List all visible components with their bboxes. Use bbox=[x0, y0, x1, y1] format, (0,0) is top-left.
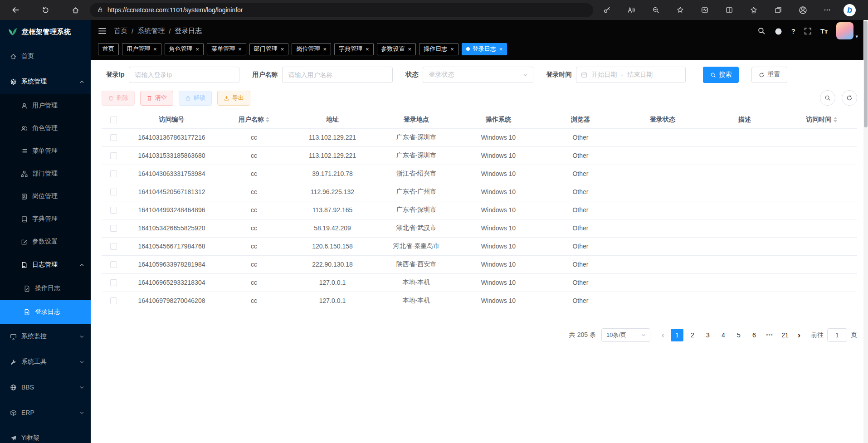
tab-param-settings[interactable]: 参数设置× bbox=[377, 43, 416, 55]
row-checkbox[interactable] bbox=[110, 297, 117, 304]
more-pages-button[interactable]: ••• bbox=[763, 329, 776, 341]
sidebar-item-sys-monitor[interactable]: 系统监控 bbox=[0, 324, 91, 349]
page-button-1[interactable]: 1 bbox=[671, 329, 683, 341]
reset-button[interactable]: 重置 bbox=[751, 67, 787, 83]
page-scrollbar[interactable] bbox=[863, 20, 868, 443]
sidebar-item-menu-mgmt[interactable]: 菜单管理 bbox=[0, 140, 91, 162]
tab-role-mgmt[interactable]: 角色管理× bbox=[165, 43, 204, 55]
password-key-icon[interactable] bbox=[599, 2, 615, 18]
export-button[interactable]: 导出 bbox=[217, 91, 250, 106]
row-checkbox[interactable] bbox=[110, 243, 117, 250]
tab-dept-mgmt[interactable]: 部门管理× bbox=[249, 43, 289, 55]
tab-oper-log[interactable]: 操作日志× bbox=[419, 43, 458, 55]
close-icon[interactable]: × bbox=[153, 46, 157, 53]
close-icon[interactable]: × bbox=[281, 46, 284, 53]
login-ip-input[interactable] bbox=[129, 67, 239, 83]
sidebar-item-login-log[interactable]: 登录日志 bbox=[0, 300, 91, 324]
page-button-4[interactable]: 4 bbox=[717, 329, 730, 341]
split-screen-icon[interactable] bbox=[721, 2, 737, 18]
favorites-icon[interactable] bbox=[746, 2, 762, 18]
sidebar-item-bbs[interactable]: BBS bbox=[0, 375, 91, 400]
header-search-icon[interactable] bbox=[757, 27, 766, 35]
sidebar-item-param-settings[interactable]: 参数设置 bbox=[0, 230, 91, 253]
row-checkbox[interactable] bbox=[110, 170, 117, 177]
sidebar-item-role-mgmt[interactable]: 角色管理 bbox=[0, 117, 91, 140]
sort-icon[interactable] bbox=[834, 117, 837, 122]
bing-chat-icon[interactable]: b bbox=[844, 4, 856, 16]
sidebar-item-home[interactable]: 首页 bbox=[0, 44, 91, 69]
browser-essentials-icon[interactable] bbox=[697, 2, 713, 18]
browser-address-bar[interactable]: https://ccnetcore.com:1101/system/log/lo… bbox=[90, 3, 593, 17]
close-icon[interactable]: × bbox=[450, 46, 454, 53]
prev-page-button[interactable]: ‹ bbox=[657, 329, 669, 341]
font-size-icon[interactable]: Tт bbox=[820, 27, 828, 35]
sidebar-item-post-mgmt[interactable]: 岗位管理 bbox=[0, 185, 91, 208]
sidebar-item-yi-framework[interactable]: Yi框架 bbox=[0, 425, 91, 443]
close-icon[interactable]: × bbox=[196, 46, 200, 53]
tab-menu-mgmt[interactable]: 菜单管理× bbox=[207, 43, 246, 55]
tab-post-mgmt[interactable]: 岗位管理× bbox=[292, 43, 331, 55]
page-button-5[interactable]: 5 bbox=[732, 329, 745, 341]
browser-back-button[interactable] bbox=[7, 2, 24, 18]
row-checkbox[interactable] bbox=[110, 134, 117, 141]
close-icon[interactable]: × bbox=[323, 46, 327, 53]
row-checkbox[interactable] bbox=[110, 225, 117, 232]
page-button-6[interactable]: 6 bbox=[748, 329, 761, 341]
col-user-name[interactable]: 用户名称 bbox=[218, 111, 290, 128]
add-favorite-icon[interactable] bbox=[672, 2, 688, 18]
select-all-checkbox[interactable] bbox=[110, 117, 117, 123]
close-icon[interactable]: × bbox=[366, 46, 369, 53]
app-logo[interactable]: 意框架管理系统 bbox=[0, 20, 91, 44]
zoom-icon[interactable] bbox=[648, 2, 664, 18]
show-search-button[interactable] bbox=[820, 90, 835, 106]
help-icon[interactable]: ? bbox=[791, 27, 795, 35]
unlock-button[interactable]: 解锁 bbox=[179, 91, 212, 106]
sidebar-toggle-button[interactable] bbox=[98, 27, 107, 35]
page-size-select[interactable]: 10条/页 bbox=[601, 328, 650, 342]
close-icon[interactable]: × bbox=[408, 46, 412, 53]
breadcrumb-system-mgmt[interactable]: 系统管理 bbox=[137, 27, 165, 35]
refresh-table-button[interactable] bbox=[842, 90, 857, 106]
user-avatar[interactable] bbox=[836, 22, 853, 39]
page-button-2[interactable]: 2 bbox=[686, 329, 699, 341]
sidebar-item-system-mgmt[interactable]: 系统管理 bbox=[0, 69, 91, 94]
col-visit-time[interactable]: 访问时间 bbox=[786, 111, 857, 128]
close-icon[interactable]: × bbox=[499, 46, 503, 53]
read-aloud-icon[interactable] bbox=[623, 2, 639, 18]
clear-button[interactable]: 清空 bbox=[140, 91, 173, 106]
sidebar-item-log-mgmt[interactable]: 日志管理 bbox=[0, 253, 91, 277]
github-icon[interactable] bbox=[774, 27, 783, 35]
browser-menu-icon[interactable] bbox=[819, 2, 835, 18]
tab-dict-mgmt[interactable]: 字典管理× bbox=[334, 43, 374, 55]
user-menu[interactable]: ▾ bbox=[836, 22, 858, 39]
row-checkbox[interactable] bbox=[110, 207, 117, 214]
collections-icon[interactable] bbox=[770, 2, 786, 18]
sidebar-item-erp[interactable]: ERP bbox=[0, 400, 91, 425]
goto-page-input[interactable] bbox=[827, 328, 847, 342]
sidebar-item-oper-log[interactable]: 操作日志 bbox=[0, 277, 91, 300]
browser-refresh-button[interactable] bbox=[37, 2, 54, 18]
delete-button[interactable]: 删除 bbox=[102, 91, 135, 106]
row-checkbox[interactable] bbox=[110, 152, 117, 159]
date-range-picker[interactable]: 开始日期 - 结束日期 bbox=[576, 67, 686, 83]
search-button[interactable]: 搜索 bbox=[703, 67, 739, 83]
tab-home[interactable]: 首页 bbox=[98, 43, 119, 55]
tab-user-mgmt[interactable]: 用户管理× bbox=[122, 43, 161, 55]
status-select[interactable]: 登录状态 bbox=[423, 67, 533, 83]
page-button-3[interactable]: 3 bbox=[702, 329, 714, 341]
browser-profile-icon[interactable] bbox=[795, 2, 811, 18]
row-checkbox[interactable] bbox=[110, 261, 117, 268]
breadcrumb-home[interactable]: 首页 bbox=[114, 27, 127, 35]
username-input[interactable] bbox=[282, 67, 393, 83]
row-checkbox[interactable] bbox=[110, 279, 117, 286]
sidebar-item-sys-tools[interactable]: 系统工具 bbox=[0, 349, 91, 375]
sort-icon[interactable] bbox=[266, 117, 269, 122]
fullscreen-icon[interactable] bbox=[804, 27, 812, 35]
close-icon[interactable]: × bbox=[238, 46, 242, 53]
page-button-last[interactable]: 21 bbox=[779, 329, 791, 341]
scrollbar-thumb[interactable] bbox=[864, 21, 868, 127]
sidebar-item-dict-mgmt[interactable]: 字典管理 bbox=[0, 208, 91, 230]
browser-home-button[interactable] bbox=[67, 2, 83, 18]
sidebar-item-user-mgmt[interactable]: 用户管理 bbox=[0, 94, 91, 117]
tab-login-log[interactable]: 登录日志× bbox=[462, 43, 507, 55]
